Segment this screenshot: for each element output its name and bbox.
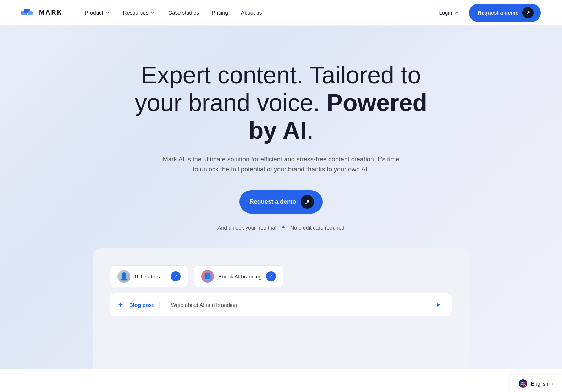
hero-subtext: And unlock your free trial ✦ No credit c… — [217, 223, 345, 231]
it-leaders-check-icon: ✓ — [171, 271, 181, 281]
demo-input-row: ✦ Blog post Write about AI and branding … — [110, 293, 452, 316]
language-chevron-icon: › — [552, 381, 553, 386]
nav-pricing[interactable]: Pricing — [207, 7, 233, 18]
hero-title: Expert content. Tailored to your brand v… — [128, 61, 434, 144]
it-leaders-avatar: 👤 — [117, 270, 130, 283]
demo-tag-ebook[interactable]: 📘 Ebook AI branding ✓ — [194, 265, 283, 287]
ebook-avatar: 📘 — [201, 270, 214, 283]
demo-tag-it-leaders[interactable]: 👤 IT Leaders ✓ — [110, 265, 188, 287]
demo-input-placeholder[interactable]: Write about AI and branding — [165, 302, 426, 308]
demo-arrow-circle: ↗ — [522, 7, 534, 18]
language-label: English — [531, 381, 548, 387]
nav-case-studies[interactable]: Case studies — [163, 7, 204, 18]
nav-right: Login ↗ Request a demo ↗ — [434, 4, 541, 22]
demo-card: 👤 IT Leaders ✓ 📘 Ebook AI branding ✓ ✦ B… — [93, 248, 469, 369]
logo[interactable]: MARK — [21, 8, 63, 18]
hero-request-demo-button[interactable]: Request a demo ↗ — [239, 190, 322, 214]
hero-subtitle: Mark AI is the ultimate solution for eff… — [160, 154, 402, 175]
nav-product[interactable]: Product — [80, 7, 115, 18]
nav-links: Product Resources Case studies Pricing A… — [80, 7, 434, 18]
demo-send-button[interactable]: ➤ — [432, 298, 445, 311]
blog-post-label: Blog post — [129, 302, 160, 308]
separator-dot: ✦ — [281, 223, 286, 231]
hero-cta-arrow-icon: ↗ — [301, 195, 314, 209]
nav-resources[interactable]: Resources — [118, 7, 161, 18]
request-demo-nav-button[interactable]: Request a demo ↗ — [469, 4, 541, 22]
ebook-check-icon: ✓ — [266, 271, 276, 281]
blog-post-icon: ✦ — [117, 300, 123, 309]
logo-text: MARK — [39, 9, 63, 16]
nav-about-us[interactable]: About us — [236, 7, 267, 18]
flag-icon: 🇬🇧 — [519, 379, 527, 388]
hero-section: Expert content. Tailored to your brand v… — [0, 26, 562, 369]
login-button[interactable]: Login ↗ — [434, 7, 463, 18]
svg-rect-2 — [28, 11, 33, 15]
login-arrow-icon: ↗ — [454, 10, 458, 16]
language-switcher[interactable]: 🇬🇧 English › — [510, 375, 562, 392]
navbar: MARK Product Resources Case studies Pric… — [0, 0, 562, 26]
demo-tags-row: 👤 IT Leaders ✓ 📘 Ebook AI branding ✓ — [110, 265, 452, 287]
